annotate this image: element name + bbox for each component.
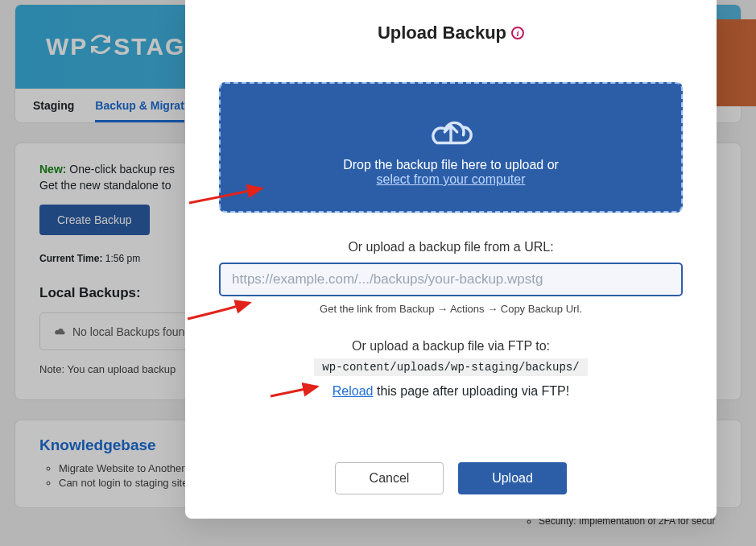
current-time-label: Current Time: <box>39 253 102 264</box>
tab-staging[interactable]: Staging <box>33 99 74 122</box>
or-url-label: Or upload a backup file from a URL: <box>348 240 553 254</box>
new-text: One-click backup res <box>69 163 175 176</box>
wpstaging-logo: WP STAG <box>46 33 185 61</box>
select-from-computer-link[interactable]: select from your computer <box>377 172 526 187</box>
logo-post: STAG <box>114 33 185 60</box>
cloud-icon <box>53 325 66 338</box>
logo-pre: WP <box>46 33 88 60</box>
no-local-backups-text: No local Backups found <box>72 325 191 338</box>
orange-banner-fragment <box>711 19 756 106</box>
cloud-upload-icon <box>426 108 476 153</box>
reload-link[interactable]: Reload <box>333 384 374 398</box>
reload-rest: this page after uploading via FTP! <box>374 384 570 398</box>
modal-title: Upload Backup <box>378 23 506 43</box>
file-dropzone[interactable]: Drop the backup file here to upload or s… <box>219 82 683 213</box>
dropzone-text: Drop the backup file here to upload or <box>343 158 559 172</box>
or-ftp-label: Or upload a backup file via FTP to: <box>352 339 550 354</box>
info-icon[interactable]: i <box>511 27 524 39</box>
tab-backup-migration[interactable]: Backup & Migrat <box>95 99 184 122</box>
modal-title-row: Upload Backup i <box>378 23 524 43</box>
refresh-icon <box>89 33 112 61</box>
ftp-reload-line: Reload this page after uploading via FTP… <box>333 384 569 399</box>
create-backup-button[interactable]: Create Backup <box>39 205 150 235</box>
upload-button[interactable]: Upload <box>458 462 567 494</box>
modal-button-row: Cancel Upload <box>335 462 567 494</box>
new-badge: New: <box>39 163 66 176</box>
url-hint: Get the link from Backup → Actions → Cop… <box>320 303 582 315</box>
backup-url-input[interactable] <box>219 263 683 296</box>
current-time-value: 1:56 pm <box>105 253 140 264</box>
upload-backup-modal: Upload Backup i Drop the backup file her… <box>185 0 717 519</box>
ftp-path: wp-content/uploads/wp-staging/backups/ <box>314 358 587 376</box>
cancel-button[interactable]: Cancel <box>335 462 444 494</box>
